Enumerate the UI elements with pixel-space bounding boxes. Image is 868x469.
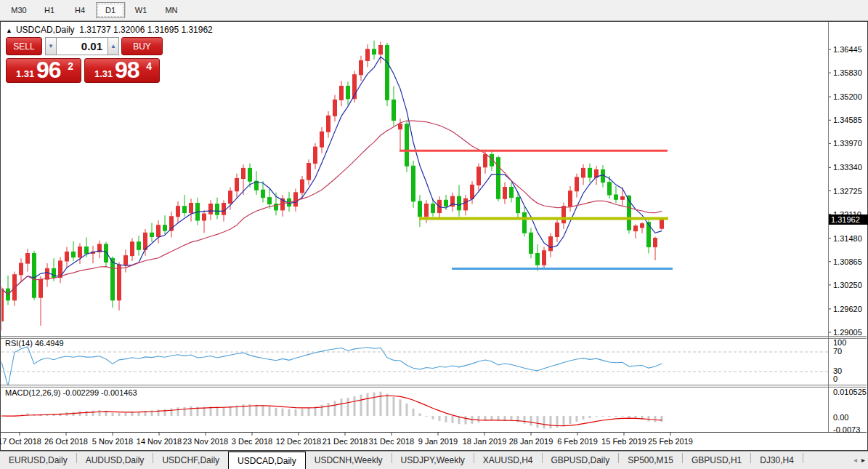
price-axis-border	[828, 22, 829, 433]
price-axis-label: 1.35200	[833, 92, 862, 101]
timeframe-button-m30[interactable]: M30	[4, 2, 33, 18]
toolbar-separator	[125, 1, 126, 17]
current-price-tag: 1.31962	[829, 215, 868, 225]
rsi-label: RSI(14) 46.4949	[5, 339, 64, 348]
date-axis-label: 12 Dec 2018	[276, 437, 321, 446]
mt4-chart-screen: M30H1H4D1W1MN ▲USDCAD,Daily 1.31737 1.32…	[0, 0, 868, 469]
chevron-up-icon: ▲	[110, 43, 116, 49]
date-axis-border	[1, 432, 867, 433]
timeframe-toolbar: M30H1H4D1W1MN	[0, 0, 868, 21]
sell-price-base: 1.31	[16, 68, 34, 79]
rsi-scale-label: 100	[833, 338, 846, 347]
volume-input[interactable]: 0.01	[56, 37, 108, 55]
chart-tab-xauusd[interactable]: XAUUSD,H4	[474, 452, 542, 469]
macd-pane-splitter[interactable]	[1, 385, 867, 388]
date-axis-label: 5 Nov 2018	[92, 437, 133, 446]
tab-separator	[803, 453, 803, 463]
chart-tab-usdjpy[interactable]: USDJPY,Weekly	[392, 452, 474, 469]
tab-scroll-right-icon[interactable]: ▸	[861, 456, 865, 464]
date-axis-label: 6 Feb 2019	[557, 437, 598, 446]
price-axis-label: 1.35830	[833, 68, 862, 77]
chart-tab-eurusd[interactable]: EURUSD,Daily	[0, 452, 76, 469]
chart-tab-usdcad[interactable]: USDCAD,Daily	[228, 452, 306, 469]
timeframe-button-h1[interactable]: H1	[35, 2, 64, 18]
rsi-scale-label: 0	[833, 374, 837, 383]
chart-tab-gbpusd[interactable]: GBPUSD,H1	[683, 452, 750, 469]
sell-price-pips: 96	[36, 57, 61, 84]
date-axis-label: 15 Feb 2019	[601, 437, 646, 446]
macd-label: MACD(12,26,9) -0.002299 -0.001463	[5, 388, 137, 397]
macd-scale-label: 0.00	[833, 413, 848, 422]
price-axis-label: 1.30865	[833, 257, 862, 266]
volume-increase-button[interactable]: ▲	[108, 37, 119, 55]
date-axis-label: 23 Nov 2018	[183, 437, 228, 446]
chart-tab-audusd[interactable]: AUDUSD,Daily	[77, 452, 153, 469]
price-axis-label: 1.33340	[833, 163, 862, 172]
chart-tab-sp500[interactable]: SP500,M15	[619, 452, 682, 469]
date-axis-label: 14 Nov 2018	[137, 437, 182, 446]
chevron-down-icon: ▼	[48, 43, 54, 49]
date-axis-label: 28 Jan 2019	[509, 437, 553, 446]
chart-tab-usdchf[interactable]: USDCHF,Daily	[153, 452, 228, 469]
price-axis-label: 1.32725	[833, 187, 862, 196]
price-axis-label: 1.29005	[833, 328, 862, 337]
timeframe-button-d1[interactable]: D1	[96, 2, 125, 18]
chart-tabs: EURUSD,DailyAUDUSD,DailyUSDCHF,DailyUSDC…	[0, 452, 868, 469]
ohlc-values: 1.31737 1.32006 1.31695 1.31962	[79, 25, 213, 35]
symbol-period-label: USDCAD,Daily	[16, 25, 75, 35]
rsi-scale-label: 70	[833, 347, 842, 356]
chart-tab-bar: EURUSD,DailyAUDUSD,DailyUSDCHF,DailyUSDC…	[0, 451, 868, 469]
price-axis-label: 1.31480	[833, 234, 862, 243]
timeframe-button-mn[interactable]: MN	[157, 2, 186, 18]
date-axis-label: 3 Dec 2018	[232, 437, 272, 446]
sell-price-fraction: 2	[68, 60, 73, 72]
buy-price-pips: 98	[115, 57, 139, 84]
volume-decrease-button[interactable]: ▼	[45, 37, 57, 55]
sell-button[interactable]: SELL	[6, 37, 42, 55]
timeframe-buttons: M30H1H4D1W1MN	[4, 2, 187, 18]
price-axis-label: 1.29620	[833, 305, 862, 313]
macd-scale-label: -0.0073	[833, 425, 860, 434]
chart-tab-dj30[interactable]: DJ30,H4	[751, 452, 803, 469]
chart-tab-gbpusd[interactable]: GBPUSD,Daily	[543, 452, 619, 469]
price-axis-label: 1.30250	[833, 281, 862, 289]
buy-price-button[interactable]: 1.31 98 4	[84, 58, 160, 83]
timeframe-button-h4[interactable]: H4	[65, 2, 94, 18]
buy-price-fraction: 4	[146, 60, 152, 72]
date-axis-label: 17 Oct 2018	[0, 437, 41, 446]
date-axis-label: 26 Oct 2018	[44, 437, 88, 446]
price-axis-label: 1.33970	[833, 139, 862, 148]
sell-price-button[interactable]: 1.31 96 2	[6, 58, 81, 83]
tab-scroll-left-icon[interactable]: ◂	[853, 456, 857, 464]
date-axis-label: 9 Jan 2019	[418, 437, 458, 446]
date-axis-label: 31 Dec 2018	[369, 437, 414, 446]
rsi-pane-splitter[interactable]	[1, 336, 867, 339]
date-axis-label: 21 Dec 2018	[323, 437, 368, 446]
date-axis-label: 25 Feb 2019	[648, 437, 693, 446]
buy-button[interactable]: BUY	[121, 37, 163, 55]
macd-scale-label: 0.010525	[833, 388, 867, 396]
date-axis-label: 18 Jan 2019	[463, 437, 507, 446]
chart-title: ▲USDCAD,Daily 1.31737 1.32006 1.31695 1.…	[6, 25, 213, 35]
tab-scroll-arrows: ◂▸	[849, 452, 868, 469]
chart-tab-usdcnh[interactable]: USDCNH,Weekly	[306, 452, 392, 469]
price-axis-label: 1.36445	[833, 45, 862, 54]
price-axis-label: 1.34585	[833, 116, 862, 124]
buy-price-base: 1.31	[94, 68, 113, 79]
collapse-panel-arrow-icon[interactable]: ▲	[6, 27, 12, 34]
timeframe-button-w1[interactable]: W1	[126, 2, 155, 18]
